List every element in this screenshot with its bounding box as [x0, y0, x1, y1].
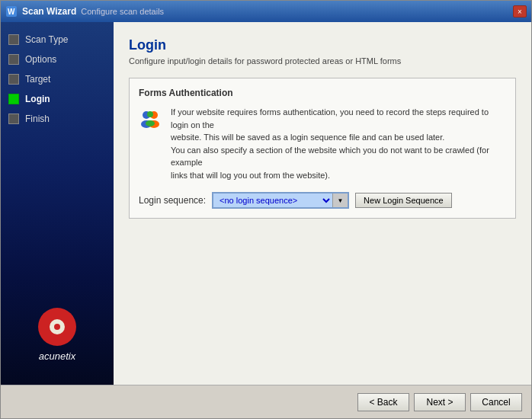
scan-wizard-window: W Scan Wizard Configure scan details × S… — [0, 0, 532, 419]
title-bar-left: W Scan Wizard Configure scan details — [5, 5, 164, 18]
main-content: Scan Type Options Target Login Finish — [1, 22, 531, 385]
sidebar-item-scan-type[interactable]: Scan Type — [1, 30, 114, 50]
info-line4: links that will log you out from the web… — [171, 171, 330, 180]
sidebar: Scan Type Options Target Login Finish — [1, 22, 114, 385]
sidebar-item-target[interactable]: Target — [1, 69, 114, 89]
window-subtitle: Configure scan details — [81, 7, 164, 16]
svg-point-7 — [146, 120, 155, 126]
page-subtitle: Configure input/login details for passwo… — [129, 56, 516, 66]
step-indicator-options — [8, 54, 19, 65]
info-line1: If your website requires forms authentic… — [171, 107, 489, 130]
sidebar-item-finish[interactable]: Finish — [1, 109, 114, 129]
step-indicator-scan-type — [8, 34, 19, 45]
page-title: Login — [129, 37, 516, 53]
login-sequence-label: Login sequence: — [139, 195, 206, 206]
title-bar: W Scan Wizard Configure scan details × — [1, 1, 531, 22]
users-icon — [139, 107, 163, 132]
login-sequence-row: Login sequence: <no login sequence> ▼ Ne… — [139, 192, 506, 209]
acunetix-logo: acunetix — [1, 293, 114, 377]
back-button[interactable]: < Back — [357, 393, 409, 411]
content-area: Login Configure input/login details for … — [114, 22, 531, 385]
window-icon: W — [5, 5, 18, 18]
next-button[interactable]: Next > — [414, 393, 466, 411]
info-line2: website. This will be saved as a login s… — [171, 133, 444, 142]
logo-text: acunetix — [39, 350, 75, 362]
sidebar-label-options: Options — [25, 54, 56, 65]
info-row: If your website requires forms authentic… — [139, 106, 506, 181]
cancel-button[interactable]: Cancel — [470, 393, 522, 411]
login-sequence-select-wrapper[interactable]: <no login sequence> ▼ — [212, 192, 349, 209]
login-sequence-select[interactable]: <no login sequence> — [213, 195, 332, 206]
forms-auth-section: Forms Authentication — [129, 78, 516, 219]
sidebar-label-scan-type: Scan Type — [25, 34, 68, 45]
step-indicator-target — [8, 74, 19, 85]
sidebar-label-login: Login — [25, 94, 50, 104]
info-line3: You can also specify a section of the we… — [171, 146, 489, 168]
svg-point-6 — [147, 111, 153, 117]
bottom-bar: < Back Next > Cancel — [1, 385, 531, 418]
step-indicator-login — [8, 94, 19, 104]
select-dropdown-arrow[interactable]: ▼ — [332, 194, 348, 207]
new-login-sequence-button[interactable]: New Login Sequence — [355, 193, 452, 208]
svg-text:W: W — [8, 8, 15, 16]
step-indicator-finish — [8, 114, 19, 124]
window-title: Scan Wizard — [22, 6, 76, 17]
section-title: Forms Authentication — [139, 88, 506, 98]
sidebar-label-finish: Finish — [25, 114, 50, 124]
sidebar-item-options[interactable]: Options — [1, 50, 114, 69]
sidebar-label-target: Target — [25, 74, 50, 85]
logo-circle — [38, 308, 76, 346]
close-button[interactable]: × — [513, 5, 527, 18]
sidebar-item-login[interactable]: Login — [1, 89, 114, 109]
info-text: If your website requires forms authentic… — [171, 106, 506, 181]
